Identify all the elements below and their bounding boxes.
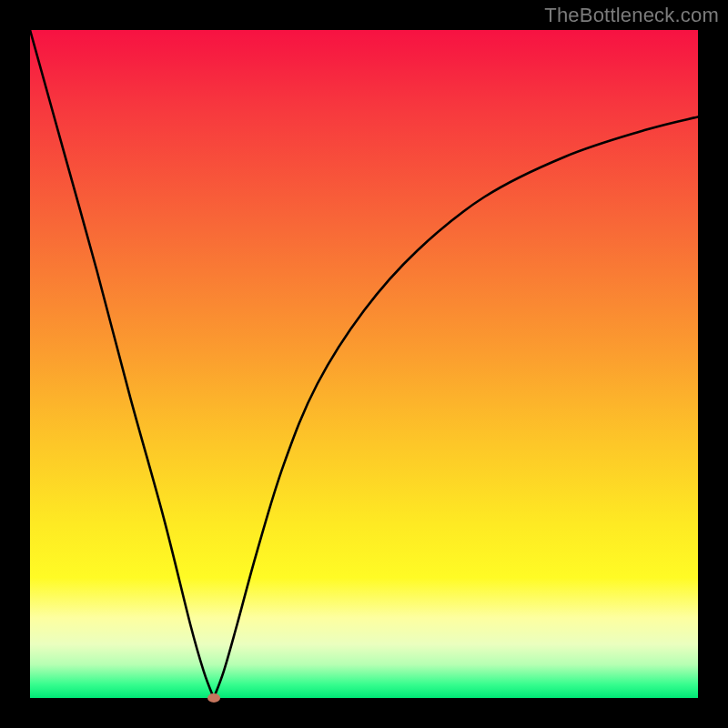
chart-frame: TheBottleneck.com (0, 0, 728, 728)
minimum-marker (207, 693, 220, 703)
bottleneck-curve (30, 30, 698, 698)
watermark-text: TheBottleneck.com (544, 4, 719, 27)
